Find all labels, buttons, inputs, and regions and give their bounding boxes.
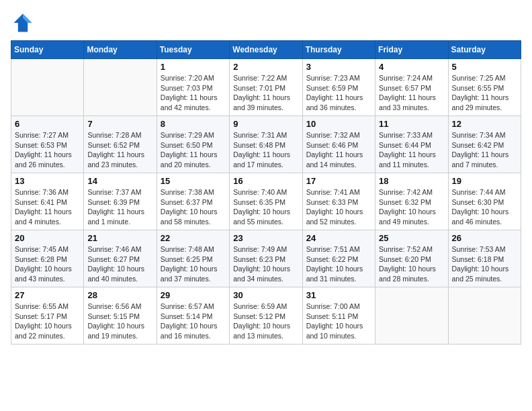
calendar-cell: 2 Sunrise: 7:22 AMSunset: 7:01 PMDayligh… bbox=[230, 59, 302, 116]
calendar-cell: 1 Sunrise: 7:20 AMSunset: 7:03 PMDayligh… bbox=[157, 59, 229, 116]
weekday-header-row: SundayMondayTuesdayWednesdayThursdayFrid… bbox=[11, 41, 521, 59]
calendar-cell: 6 Sunrise: 7:27 AMSunset: 6:53 PMDayligh… bbox=[11, 116, 84, 173]
calendar-cell: 8 Sunrise: 7:29 AMSunset: 6:50 PMDayligh… bbox=[157, 116, 229, 173]
day-info: Sunrise: 7:29 AMSunset: 6:50 PMDaylight:… bbox=[161, 130, 226, 170]
day-number: 21 bbox=[87, 233, 152, 243]
calendar-cell: 4 Sunrise: 7:24 AMSunset: 6:57 PMDayligh… bbox=[375, 59, 448, 116]
weekday-header: Friday bbox=[375, 41, 448, 59]
calendar-week-row: 20 Sunrise: 7:45 AMSunset: 6:28 PMDaylig… bbox=[11, 230, 521, 287]
calendar-cell: 20 Sunrise: 7:45 AMSunset: 6:28 PMDaylig… bbox=[11, 230, 84, 287]
calendar-cell: 13 Sunrise: 7:36 AMSunset: 6:41 PMDaylig… bbox=[11, 173, 84, 230]
calendar-cell: 19 Sunrise: 7:44 AMSunset: 6:30 PMDaylig… bbox=[448, 173, 521, 230]
day-number: 24 bbox=[306, 233, 371, 243]
day-number: 25 bbox=[379, 233, 444, 243]
day-info: Sunrise: 6:55 AMSunset: 5:17 PMDaylight:… bbox=[15, 302, 80, 341]
day-info: Sunrise: 7:49 AMSunset: 6:23 PMDaylight:… bbox=[233, 244, 298, 284]
weekday-header: Wednesday bbox=[230, 41, 302, 59]
day-info: Sunrise: 7:44 AMSunset: 6:30 PMDaylight:… bbox=[452, 187, 517, 227]
day-number: 10 bbox=[306, 119, 371, 129]
day-info: Sunrise: 7:46 AMSunset: 6:27 PMDaylight:… bbox=[87, 244, 152, 284]
day-number: 20 bbox=[15, 233, 80, 243]
day-number: 29 bbox=[161, 290, 226, 300]
day-number: 3 bbox=[306, 62, 371, 72]
day-info: Sunrise: 7:33 AMSunset: 6:44 PMDaylight:… bbox=[379, 130, 444, 170]
day-number: 12 bbox=[452, 119, 517, 129]
day-info: Sunrise: 7:20 AMSunset: 7:03 PMDaylight:… bbox=[161, 73, 226, 113]
calendar-cell: 27 Sunrise: 6:55 AMSunset: 5:17 PMDaylig… bbox=[11, 287, 84, 345]
day-info: Sunrise: 7:27 AMSunset: 6:53 PMDaylight:… bbox=[15, 130, 80, 170]
day-number: 9 bbox=[233, 119, 298, 129]
calendar-cell: 14 Sunrise: 7:37 AMSunset: 6:39 PMDaylig… bbox=[84, 173, 157, 230]
day-number: 19 bbox=[452, 176, 517, 186]
page-header bbox=[11, 11, 521, 35]
day-info: Sunrise: 6:56 AMSunset: 5:15 PMDaylight:… bbox=[87, 302, 152, 341]
day-info: Sunrise: 7:36 AMSunset: 6:41 PMDaylight:… bbox=[15, 187, 80, 227]
weekday-header: Thursday bbox=[302, 41, 375, 59]
calendar-cell: 26 Sunrise: 7:53 AMSunset: 6:18 PMDaylig… bbox=[448, 230, 521, 287]
day-number: 8 bbox=[161, 119, 226, 129]
day-number: 7 bbox=[87, 119, 152, 129]
day-info: Sunrise: 7:34 AMSunset: 6:42 PMDaylight:… bbox=[452, 130, 517, 170]
day-number: 31 bbox=[306, 290, 371, 300]
calendar-cell: 21 Sunrise: 7:46 AMSunset: 6:27 PMDaylig… bbox=[84, 230, 157, 287]
calendar-cell: 7 Sunrise: 7:28 AMSunset: 6:52 PMDayligh… bbox=[84, 116, 157, 173]
calendar-cell: 15 Sunrise: 7:38 AMSunset: 6:37 PMDaylig… bbox=[157, 173, 229, 230]
day-number: 17 bbox=[306, 176, 371, 186]
calendar-cell: 31 Sunrise: 7:00 AMSunset: 5:11 PMDaylig… bbox=[302, 287, 375, 345]
day-info: Sunrise: 7:45 AMSunset: 6:28 PMDaylight:… bbox=[15, 244, 80, 284]
day-info: Sunrise: 7:48 AMSunset: 6:25 PMDaylight:… bbox=[161, 244, 226, 284]
day-info: Sunrise: 7:22 AMSunset: 7:01 PMDaylight:… bbox=[233, 73, 298, 113]
day-number: 13 bbox=[15, 176, 80, 186]
day-info: Sunrise: 7:24 AMSunset: 6:57 PMDaylight:… bbox=[379, 73, 444, 113]
day-info: Sunrise: 7:31 AMSunset: 6:48 PMDaylight:… bbox=[233, 130, 298, 170]
weekday-header: Saturday bbox=[448, 41, 521, 59]
calendar-cell: 23 Sunrise: 7:49 AMSunset: 6:23 PMDaylig… bbox=[230, 230, 302, 287]
day-info: Sunrise: 7:40 AMSunset: 6:35 PMDaylight:… bbox=[233, 187, 298, 227]
day-info: Sunrise: 7:52 AMSunset: 6:20 PMDaylight:… bbox=[379, 244, 444, 284]
weekday-header: Monday bbox=[84, 41, 157, 59]
calendar-cell: 17 Sunrise: 7:41 AMSunset: 6:33 PMDaylig… bbox=[302, 173, 375, 230]
calendar-week-row: 27 Sunrise: 6:55 AMSunset: 5:17 PMDaylig… bbox=[11, 287, 521, 345]
day-number: 30 bbox=[233, 290, 298, 300]
day-info: Sunrise: 6:57 AMSunset: 5:14 PMDaylight:… bbox=[161, 302, 226, 341]
calendar-cell: 5 Sunrise: 7:25 AMSunset: 6:55 PMDayligh… bbox=[448, 59, 521, 116]
day-number: 14 bbox=[87, 176, 152, 186]
day-number: 16 bbox=[233, 176, 298, 186]
calendar-cell: 22 Sunrise: 7:48 AMSunset: 6:25 PMDaylig… bbox=[157, 230, 229, 287]
calendar-cell: 10 Sunrise: 7:32 AMSunset: 6:46 PMDaylig… bbox=[302, 116, 375, 173]
day-info: Sunrise: 7:00 AMSunset: 5:11 PMDaylight:… bbox=[306, 302, 371, 341]
calendar-cell bbox=[448, 287, 521, 345]
day-info: Sunrise: 7:37 AMSunset: 6:39 PMDaylight:… bbox=[87, 187, 152, 227]
day-info: Sunrise: 7:32 AMSunset: 6:46 PMDaylight:… bbox=[306, 130, 371, 170]
calendar-week-row: 1 Sunrise: 7:20 AMSunset: 7:03 PMDayligh… bbox=[11, 59, 521, 116]
day-number: 11 bbox=[379, 119, 444, 129]
day-number: 23 bbox=[233, 233, 298, 243]
calendar-week-row: 6 Sunrise: 7:27 AMSunset: 6:53 PMDayligh… bbox=[11, 116, 521, 173]
day-info: Sunrise: 7:28 AMSunset: 6:52 PMDaylight:… bbox=[87, 130, 152, 170]
day-number: 2 bbox=[233, 62, 298, 72]
calendar-cell: 24 Sunrise: 7:51 AMSunset: 6:22 PMDaylig… bbox=[302, 230, 375, 287]
calendar-cell: 9 Sunrise: 7:31 AMSunset: 6:48 PMDayligh… bbox=[230, 116, 302, 173]
day-number: 6 bbox=[15, 119, 80, 129]
day-info: Sunrise: 7:53 AMSunset: 6:18 PMDaylight:… bbox=[452, 244, 517, 284]
day-number: 18 bbox=[379, 176, 444, 186]
day-number: 5 bbox=[452, 62, 517, 72]
calendar-table: SundayMondayTuesdayWednesdayThursdayFrid… bbox=[11, 40, 521, 345]
calendar-cell: 29 Sunrise: 6:57 AMSunset: 5:14 PMDaylig… bbox=[157, 287, 229, 345]
calendar-week-row: 13 Sunrise: 7:36 AMSunset: 6:41 PMDaylig… bbox=[11, 173, 521, 230]
day-number: 15 bbox=[161, 176, 226, 186]
day-info: Sunrise: 6:59 AMSunset: 5:12 PMDaylight:… bbox=[233, 302, 298, 341]
logo bbox=[11, 11, 38, 35]
day-number: 22 bbox=[161, 233, 226, 243]
day-number: 27 bbox=[15, 290, 80, 300]
calendar-cell bbox=[11, 59, 84, 116]
day-info: Sunrise: 7:38 AMSunset: 6:37 PMDaylight:… bbox=[161, 187, 226, 227]
logo-icon bbox=[11, 11, 35, 35]
day-number: 4 bbox=[379, 62, 444, 72]
calendar-cell: 18 Sunrise: 7:42 AMSunset: 6:32 PMDaylig… bbox=[375, 173, 448, 230]
calendar-cell: 16 Sunrise: 7:40 AMSunset: 6:35 PMDaylig… bbox=[230, 173, 302, 230]
weekday-header: Sunday bbox=[11, 41, 84, 59]
day-number: 28 bbox=[87, 290, 152, 300]
day-info: Sunrise: 7:41 AMSunset: 6:33 PMDaylight:… bbox=[306, 187, 371, 227]
calendar-cell: 30 Sunrise: 6:59 AMSunset: 5:12 PMDaylig… bbox=[230, 287, 302, 345]
